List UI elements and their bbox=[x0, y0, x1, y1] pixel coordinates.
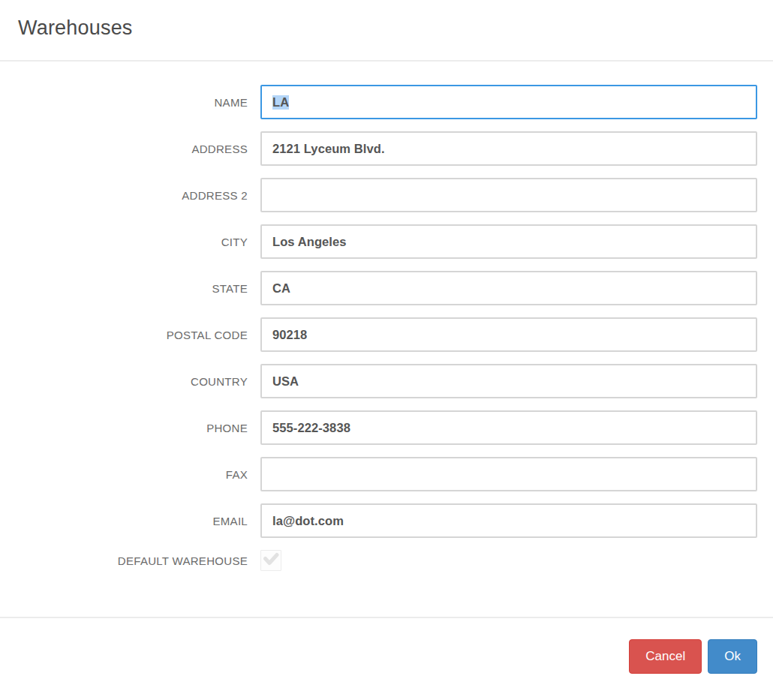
input-value: la@dot.com bbox=[272, 514, 344, 528]
form-row: ADDRESS 2 bbox=[0, 178, 773, 212]
postal-code-input[interactable]: 90218 bbox=[260, 317, 757, 352]
input-value: 90218 bbox=[272, 328, 307, 342]
default-warehouse-label: DEFAULT WAREHOUSE bbox=[0, 554, 248, 567]
dialog-header: Warehouses bbox=[0, 0, 773, 40]
fax-input[interactable] bbox=[260, 457, 757, 491]
warehouse-form: NAME LA ADDRESS 2121 Lyceum Blvd. ADDRES… bbox=[0, 62, 773, 571]
state-input[interactable]: CA bbox=[260, 271, 757, 305]
input-value: Los Angeles bbox=[272, 235, 347, 249]
page-title: Warehouses bbox=[18, 17, 755, 40]
field-label: NAME bbox=[0, 96, 248, 109]
ok-button[interactable]: Ok bbox=[708, 639, 757, 674]
input-value: USA bbox=[272, 374, 299, 389]
email-input[interactable]: la@dot.com bbox=[260, 503, 757, 538]
default-warehouse-row: DEFAULT WAREHOUSE bbox=[0, 550, 773, 571]
field-label: PHONE bbox=[0, 422, 248, 434]
form-row: CITY Los Angeles bbox=[0, 224, 773, 259]
input-value: 555-222-3838 bbox=[272, 421, 350, 435]
input-value: LA bbox=[272, 95, 289, 110]
form-row: POSTAL CODE 90218 bbox=[0, 317, 773, 352]
form-row: PHONE 555-222-3838 bbox=[0, 410, 773, 445]
form-row: EMAIL la@dot.com bbox=[0, 503, 773, 538]
dialog-footer: Cancel Ok bbox=[0, 618, 773, 674]
field-label: STATE bbox=[0, 282, 248, 295]
input-value: CA bbox=[272, 281, 290, 296]
country-input[interactable]: USA bbox=[260, 364, 757, 398]
form-row: STATE CA bbox=[0, 271, 773, 305]
field-label: FAX bbox=[0, 468, 248, 481]
field-label: ADDRESS 2 bbox=[0, 189, 248, 202]
field-label: COUNTRY bbox=[0, 375, 248, 388]
checkmark-icon bbox=[263, 551, 279, 570]
form-row: FAX bbox=[0, 457, 773, 491]
name-input[interactable]: LA bbox=[260, 85, 757, 119]
form-row: NAME LA bbox=[0, 85, 773, 119]
field-label: CITY bbox=[0, 236, 248, 248]
field-label: EMAIL bbox=[0, 515, 248, 527]
address-input[interactable]: 2121 Lyceum Blvd. bbox=[260, 131, 757, 166]
form-fields: NAME LA ADDRESS 2121 Lyceum Blvd. ADDRES… bbox=[0, 85, 773, 538]
field-label: POSTAL CODE bbox=[0, 329, 248, 341]
default-warehouse-checkbox[interactable] bbox=[260, 550, 281, 571]
warehouses-dialog: Warehouses NAME LA ADDRESS 2121 Lyceum B… bbox=[0, 0, 773, 700]
input-value: 2121 Lyceum Blvd. bbox=[272, 142, 385, 156]
city-input[interactable]: Los Angeles bbox=[260, 224, 757, 259]
form-row: ADDRESS 2121 Lyceum Blvd. bbox=[0, 131, 773, 166]
form-row: COUNTRY USA bbox=[0, 364, 773, 398]
address2-input[interactable] bbox=[260, 178, 757, 212]
cancel-button[interactable]: Cancel bbox=[629, 639, 702, 674]
phone-input[interactable]: 555-222-3838 bbox=[260, 410, 757, 445]
field-label: ADDRESS bbox=[0, 143, 248, 155]
